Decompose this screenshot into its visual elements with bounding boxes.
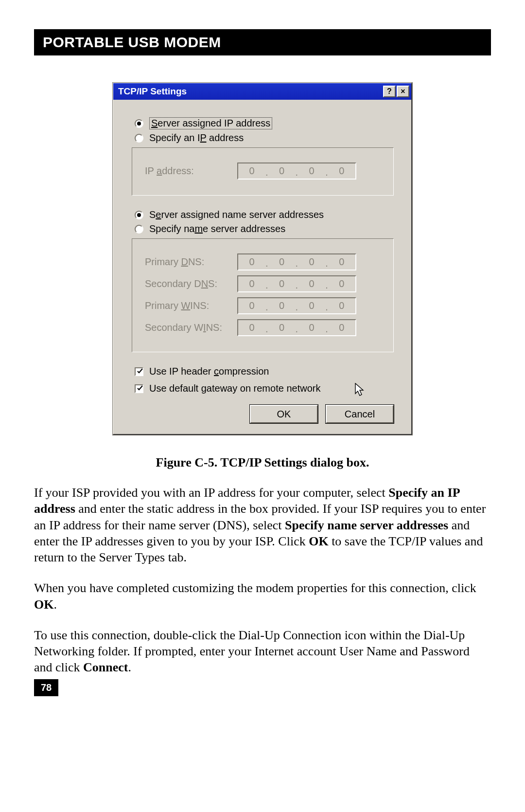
checkbox-label: Use default gateway on remote network (149, 383, 320, 394)
ip-address-label: IP address: (145, 165, 237, 177)
body-text: If your ISP provided you with an IP addr… (34, 485, 491, 676)
close-button[interactable]: × (397, 86, 409, 97)
checkbox-label: Use IP header compression (149, 366, 269, 377)
checkbox-default-gateway[interactable]: Use default gateway on remote network (135, 383, 394, 394)
radio-specify-ip[interactable]: Specify an IP address (135, 132, 394, 144)
page-header: PORTABLE USB MODEM (34, 29, 491, 55)
primary-dns-label: Primary DNS: (145, 256, 237, 268)
ip-address-input[interactable]: 0. 0. 0. 0 (237, 162, 356, 180)
radio-server-dns[interactable]: Server assigned name server addresses (135, 209, 394, 220)
radio-icon (135, 119, 143, 128)
primary-dns-input[interactable]: 0. 0. 0. 0 (237, 253, 356, 271)
dialog-title: TCP/IP Settings (118, 86, 187, 97)
checkbox-icon (135, 384, 143, 393)
primary-wins-label: Primary WINS: (145, 300, 237, 311)
figure-caption: Figure C-5. TCP/IP Settings dialog box. (34, 455, 491, 470)
radio-icon (135, 134, 143, 143)
radio-icon (135, 211, 143, 219)
dns-group: Primary DNS: 0. 0. 0. 0 Secondary DNS: 0… (132, 238, 394, 352)
radio-label: Specify an IP address (149, 132, 244, 144)
tcpip-settings-dialog: TCP/IP Settings ? × Server assigned IP a… (113, 83, 412, 435)
secondary-dns-input[interactable]: 0. 0. 0. 0 (237, 275, 356, 292)
ip-address-group: IP address: 0. 0. 0. 0 (132, 147, 394, 196)
secondary-wins-input[interactable]: 0. 0. 0. 0 (237, 319, 356, 336)
checkbox-icon (135, 367, 143, 376)
dialog-titlebar: TCP/IP Settings ? × (113, 83, 411, 100)
cancel-button[interactable]: Cancel (326, 405, 394, 423)
radio-label: Server assigned name server addresses (149, 209, 324, 220)
checkbox-header-compression[interactable]: Use IP header compression (135, 366, 394, 377)
secondary-wins-label: Secondary WINS: (145, 322, 237, 333)
primary-wins-input[interactable]: 0. 0. 0. 0 (237, 297, 356, 314)
radio-server-ip[interactable]: Server assigned IP address (135, 117, 394, 129)
radio-label: Server assigned IP address (149, 117, 272, 129)
radio-specify-dns[interactable]: Specify name server addresses (135, 223, 394, 235)
page-number: 78 (34, 679, 58, 696)
ok-button[interactable]: OK (250, 405, 318, 423)
help-button[interactable]: ? (383, 86, 396, 97)
radio-label: Specify name server addresses (149, 223, 285, 235)
radio-icon (135, 225, 143, 234)
secondary-dns-label: Secondary DNS: (145, 278, 237, 289)
